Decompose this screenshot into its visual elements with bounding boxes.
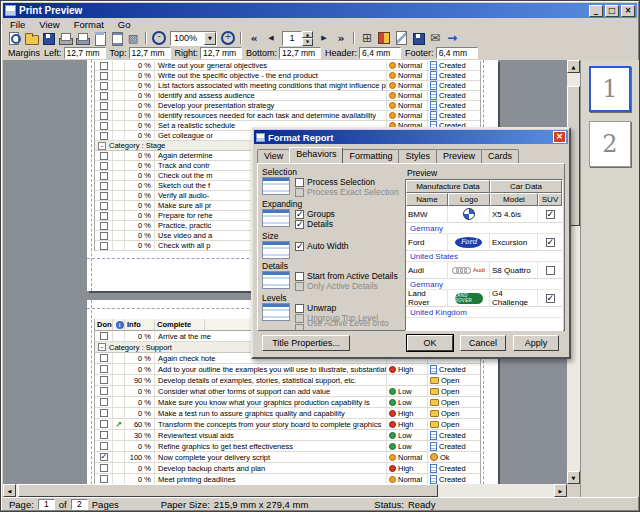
table-row: 0 %Make a test run to assure graphics qu… (95, 408, 480, 419)
option-auto-width[interactable]: Auto Width (295, 241, 349, 251)
close-button[interactable] (621, 5, 635, 17)
ok-button[interactable]: OK (407, 335, 453, 351)
menu-view[interactable]: View (32, 19, 66, 30)
checkbox-label: Process Selection (307, 177, 375, 187)
spin-up-icon[interactable] (302, 31, 313, 39)
apply-button[interactable]: Apply (513, 335, 559, 351)
minimize-button[interactable] (589, 5, 603, 17)
page-thumbnail-2[interactable]: 2 (589, 121, 631, 167)
open-icon[interactable] (23, 31, 39, 45)
menu-file[interactable]: File (3, 19, 32, 30)
margin-field-value[interactable]: 12,7 mm (279, 47, 321, 59)
scroll-down-icon[interactable]: ▼ (567, 471, 580, 484)
land-rover-logo-icon: LAND ROVER (455, 293, 483, 304)
page-color-icon[interactable] (376, 31, 392, 45)
dialog-close-icon[interactable] (553, 131, 566, 143)
menu-format[interactable]: Format (67, 19, 111, 30)
table-row: 0 %Make sure you know what your graphics… (95, 397, 480, 408)
option-use-active-level-onto-top[interactable]: Use Active Level onto Top (295, 323, 404, 330)
checkbox[interactable] (295, 242, 304, 251)
mail-icon[interactable] (427, 31, 443, 45)
export-icon[interactable] (410, 31, 426, 45)
option-unwrap[interactable]: Unwrap (295, 303, 404, 313)
checkbox[interactable] (295, 188, 304, 197)
multi-page-icon[interactable] (359, 31, 375, 45)
status-cell: Open (428, 419, 480, 429)
status-cell: Open (428, 386, 480, 396)
dialog-title-bar[interactable]: Format Report (254, 130, 568, 144)
search-icon[interactable] (6, 31, 22, 45)
spin-down-icon[interactable] (302, 38, 313, 46)
margin-field-value[interactable]: 6,4 mm (359, 47, 401, 59)
option-groups[interactable]: Groups (295, 209, 335, 219)
save-icon[interactable] (40, 31, 56, 45)
next-page-icon[interactable] (316, 31, 332, 45)
tab-preview[interactable]: Preview (436, 149, 482, 163)
margin-field-value[interactable]: 12,7 mm (200, 47, 242, 59)
cancel-button[interactable]: Cancel (460, 335, 506, 351)
done-cell (95, 419, 113, 429)
page-setup-icon[interactable] (91, 31, 107, 45)
table-row: 0 %Develop backup charts and planHighCre… (95, 463, 480, 474)
option-process-selection[interactable]: Process Selection (295, 177, 399, 187)
complete-cell: 0 % (125, 61, 155, 70)
tab-styles[interactable]: Styles (398, 149, 437, 163)
checkbox[interactable] (295, 314, 304, 323)
checkbox[interactable] (295, 304, 304, 313)
priority-low-icon (389, 443, 396, 450)
print-direct-icon[interactable] (74, 31, 90, 45)
last-page-icon[interactable] (333, 31, 349, 45)
title-properties-button[interactable]: Title Properties... (262, 335, 350, 351)
checkbox[interactable] (295, 210, 304, 219)
complete-cell: 0 % (125, 386, 155, 396)
done-checkbox (100, 62, 108, 70)
print-icon[interactable] (57, 31, 73, 45)
checkbox[interactable] (295, 282, 304, 291)
margin-field-value[interactable]: 6,4 mm (436, 47, 478, 59)
done-checkbox (100, 182, 108, 190)
margin-field-value[interactable]: 12,7 mm (129, 47, 171, 59)
zoom-in-icon[interactable] (220, 31, 236, 45)
forward-icon[interactable] (444, 31, 460, 45)
checkbox[interactable] (295, 272, 304, 281)
page-number-field[interactable]: 1 (282, 31, 302, 46)
tab-cards[interactable]: Cards (481, 149, 519, 163)
page-spinner[interactable]: 1 (282, 31, 313, 46)
option-start-from-active-details[interactable]: Start from Active Details (295, 271, 398, 281)
tab-view[interactable]: View (257, 149, 290, 163)
horizontal-scrollbar[interactable]: ◀ ▶ (3, 484, 567, 497)
scroll-left-icon[interactable]: ◀ (3, 484, 16, 497)
done-checkbox (100, 172, 108, 180)
option-only-active-details[interactable]: Only Active Details (295, 281, 398, 291)
zoom-out-icon[interactable] (151, 31, 167, 45)
done-cell (95, 91, 113, 100)
first-page-icon[interactable] (246, 31, 262, 45)
status-created-icon (430, 365, 437, 374)
option-details[interactable]: Details (295, 219, 335, 229)
checkbox[interactable] (295, 220, 304, 229)
checkbox[interactable] (295, 324, 304, 331)
checkbox[interactable] (295, 178, 304, 187)
watermark-icon[interactable] (393, 31, 409, 45)
zoom-combo[interactable]: 100% (170, 31, 217, 46)
scroll-up-icon[interactable]: ▲ (567, 60, 580, 73)
prev-page-icon[interactable] (263, 31, 279, 45)
chevron-down-icon[interactable] (204, 32, 216, 45)
maximize-button[interactable] (605, 5, 619, 17)
header-footer-icon[interactable] (108, 31, 124, 45)
option-process-exact-selection[interactable]: Process Exact Selection (295, 187, 399, 197)
flag-cell (113, 397, 125, 407)
scroll-right-icon[interactable]: ▶ (554, 484, 567, 497)
menu-go[interactable]: Go (111, 19, 138, 30)
scale-icon[interactable] (125, 31, 141, 45)
flag-cell (113, 353, 125, 363)
horizontal-scroll-thumb[interactable] (18, 484, 438, 497)
paper-size-value: 215,9 mm x 279,4 mm (214, 499, 309, 510)
page-thumbnail-1[interactable]: 1 (589, 66, 631, 112)
done-cell (95, 364, 113, 374)
tab-behaviors[interactable]: Behaviors (289, 147, 343, 163)
flag-cell (113, 430, 125, 440)
tab-formatting[interactable]: Formatting (342, 149, 399, 163)
title-bar[interactable]: Print Preview (3, 3, 637, 18)
margin-field-value[interactable]: 12,7 mm (64, 47, 106, 59)
